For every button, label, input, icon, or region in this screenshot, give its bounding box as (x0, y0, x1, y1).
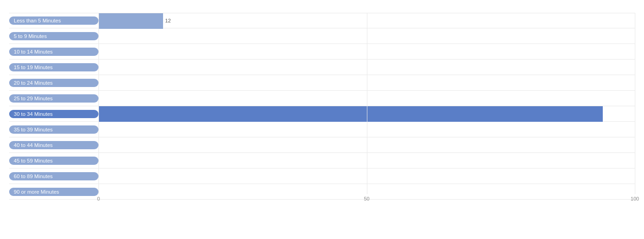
bar-row: 5 to 9 Minutes (9, 28, 635, 44)
x-axis-tick: 0 (97, 196, 100, 201)
x-axis-tick: 100 (631, 196, 639, 201)
bar-row: 20 to 24 Minutes (9, 75, 635, 91)
bar-label: 10 to 14 Minutes (9, 48, 98, 56)
bar-label: Less than 5 Minutes (9, 16, 98, 25)
bar-label: 20 to 24 Minutes (9, 79, 98, 87)
bar-row: 25 to 29 Minutes (9, 91, 635, 106)
bar-label: 15 to 19 Minutes (9, 63, 98, 71)
grid-line (98, 13, 99, 194)
bar-label: 25 to 29 Minutes (9, 94, 98, 103)
bar-label: 30 to 34 Minutes (9, 110, 98, 118)
bar-value: 12 (165, 18, 171, 23)
x-axis: 050100 (98, 194, 635, 207)
bar-label: 5 to 9 Minutes (9, 32, 98, 40)
bars-section: Less than 5 Minutes125 to 9 Minutes10 to… (9, 13, 635, 194)
bar-row: Less than 5 Minutes12 (9, 13, 635, 28)
bar-label: 60 to 89 Minutes (9, 172, 98, 180)
x-axis-tick: 50 (364, 196, 369, 201)
bar-row: 10 to 14 Minutes (9, 44, 635, 60)
bar-value: 94 (626, 111, 631, 117)
bar-row: 60 to 89 Minutes (9, 168, 635, 184)
grid-line (635, 13, 635, 194)
bar-label: 90 or more Minutes (9, 188, 98, 196)
bar-row: 15 to 19 Minutes (9, 60, 635, 75)
bar-fill (98, 13, 163, 29)
grid-line (367, 13, 367, 194)
bar-label: 45 to 59 Minutes (9, 157, 98, 165)
bar-row: 45 to 59 Minutes (9, 153, 635, 168)
chart-area: Less than 5 Minutes125 to 9 Minutes10 to… (9, 13, 635, 207)
bar-row: 30 to 34 Minutes94 (9, 106, 635, 122)
bar-label: 40 to 44 Minutes (9, 141, 98, 149)
chart-container: Less than 5 Minutes125 to 9 Minutes10 to… (0, 0, 644, 239)
bar-row: 35 to 39 Minutes (9, 122, 635, 137)
bar-row: 40 to 44 Minutes (9, 137, 635, 153)
bar-fill (98, 106, 603, 122)
bar-label: 35 to 39 Minutes (9, 125, 98, 134)
